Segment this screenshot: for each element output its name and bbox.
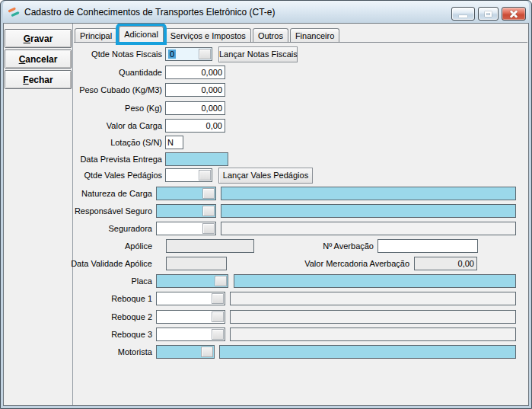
placa-label: Placa [4, 275, 152, 287]
reboque-3-lookup-button[interactable] [212, 329, 224, 340]
apolice-input [166, 239, 254, 253]
close-button[interactable] [502, 7, 526, 21]
tab-adicional[interactable]: Adicional [119, 26, 164, 42]
quantidade-label: Quantidade [4, 66, 162, 78]
responsavel-seguro-label: Responsável Seguro [4, 205, 152, 217]
reboque-3-description [230, 328, 516, 341]
motorista-label: Motorista [4, 346, 152, 358]
reboque-1-lookup-button[interactable] [212, 293, 224, 304]
reboque-3-code-input[interactable] [156, 328, 225, 341]
reboque-2-description [230, 310, 516, 324]
tab-principal[interactable]: Principal [75, 28, 117, 42]
qtde-notas-input[interactable]: 0 [165, 47, 212, 61]
seguradora-label: Seguradora [4, 222, 152, 235]
tab-financeiro[interactable]: Financeiro [290, 28, 339, 42]
qtde-vales-spinner-button[interactable] [199, 170, 211, 181]
lancar-notas-fiscais-button[interactable]: Lançar Notas Fiscais [218, 46, 298, 62]
peso-cubado-input[interactable]: 0,000 [165, 83, 225, 97]
qtde-vales-input[interactable] [165, 168, 212, 182]
peso-kg-input[interactable]: 0,000 [165, 101, 225, 115]
reboque-2-lookup-button[interactable] [212, 312, 224, 322]
minimize-icon [459, 15, 467, 18]
placa-code-input[interactable] [156, 274, 228, 288]
apolice-label: Apólice [4, 240, 152, 252]
natureza-carga-lookup-button[interactable] [202, 188, 215, 199]
tab-strip: Principal Adicional Serviços e Impostos … [75, 26, 341, 42]
window-title: Cadastro de Conhecimentos de Transportes… [24, 7, 276, 18]
seguradora-lookup-button[interactable] [202, 223, 215, 234]
valor-carga-label: Valor da Carga [4, 120, 162, 132]
data-prevista-input[interactable] [165, 152, 228, 166]
qtde-notas-value: 0 [168, 50, 176, 59]
responsavel-seguro-description[interactable] [221, 204, 516, 218]
adicional-tab-page: Qtde Notas Fiscais 0 Lançar Notas Fiscai… [4, 24, 528, 405]
window-client-area: Gravar Cancelar Fechar Principal Adicion… [3, 23, 529, 406]
qtde-notas-label: Qtde Notas Fiscais [4, 48, 162, 60]
motorista-description[interactable] [219, 345, 516, 359]
natureza-carga-code-input[interactable] [156, 187, 216, 200]
placa-description[interactable] [234, 274, 516, 288]
placa-lookup-button[interactable] [215, 276, 227, 286]
title-bar[interactable]: Cadastro de Conhecimentos de Transportes… [3, 1, 529, 23]
lancar-vales-pedagios-button[interactable]: Lançar Vales Pedágios [218, 168, 313, 184]
maximize-icon [485, 11, 492, 17]
seguradora-description [221, 222, 516, 235]
lotacao-input[interactable]: N [165, 136, 183, 149]
n-averbacao-label: Nº Averbação [255, 240, 374, 252]
responsavel-seguro-lookup-button[interactable] [202, 206, 215, 216]
data-validade-apolice-label: Data Validade Apólice [4, 257, 152, 270]
motorista-lookup-button[interactable] [201, 347, 213, 357]
app-window: Cadastro de Conhecimentos de Transportes… [0, 0, 532, 409]
tab-outros[interactable]: Outros [253, 28, 288, 42]
data-prevista-label: Data Prevista Entrega [4, 153, 162, 165]
tab-servicos-e-impostos[interactable]: Serviços e Impostos [165, 28, 251, 42]
data-validade-apolice-input [166, 257, 227, 270]
valor-mercadoria-label: Valor Mercadoria Averbação [255, 257, 409, 270]
reboque-1-code-input[interactable] [156, 292, 225, 305]
qtde-notas-spinner-button[interactable] [199, 49, 211, 59]
reboque-1-label: Reboque 1 [4, 292, 152, 305]
n-averbacao-input[interactable] [377, 239, 478, 253]
maximize-button[interactable] [478, 7, 499, 21]
quantidade-input[interactable]: 0,000 [165, 66, 225, 79]
reboque-3-label: Reboque 3 [4, 328, 152, 340]
motorista-code-input[interactable] [156, 345, 215, 359]
close-icon [508, 8, 519, 19]
natureza-carga-description[interactable] [221, 187, 516, 200]
reboque-2-code-input[interactable] [156, 310, 225, 324]
window-controls [451, 7, 526, 21]
qtde-vales-label: Qtde Vales Pedágios [4, 169, 162, 181]
reboque-1-description [230, 292, 516, 305]
app-icon [8, 6, 20, 18]
valor-carga-input[interactable]: 0,00 [165, 119, 225, 133]
valor-mercadoria-input: 0,00 [414, 257, 477, 270]
peso-cubado-label: Peso Cubado (Kg/M3) [4, 84, 162, 96]
lotacao-label: Lotação (S/N) [4, 136, 162, 149]
natureza-carga-label: Natureza de Carga [4, 187, 152, 200]
responsavel-seguro-code-input[interactable] [156, 204, 216, 218]
seguradora-code-input[interactable] [156, 222, 216, 235]
peso-kg-label: Peso (Kg) [4, 102, 162, 114]
reboque-2-label: Reboque 2 [4, 311, 152, 323]
minimize-button[interactable] [451, 7, 475, 21]
